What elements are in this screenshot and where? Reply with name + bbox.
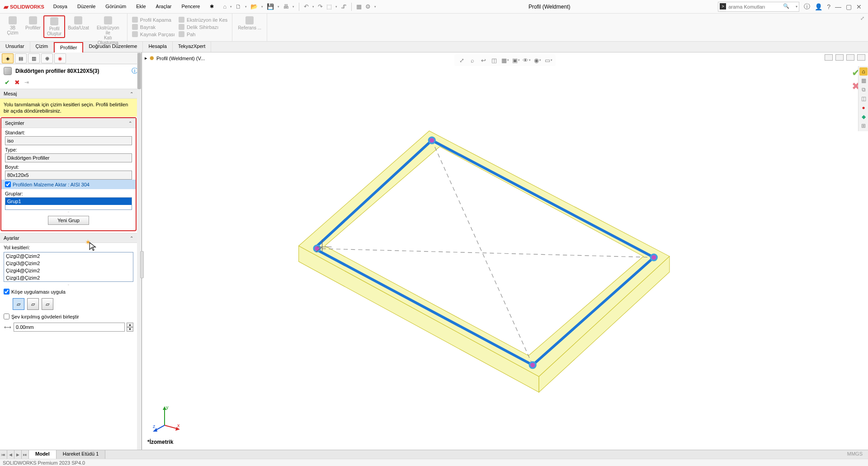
search-scope-icon[interactable]: >	[720, 3, 726, 10]
corner-end-butt1-button[interactable]: ▱	[27, 298, 39, 310]
tab-profiller[interactable]: Profiller	[54, 42, 83, 52]
list-item[interactable]: Çizgi4@Çizim2	[4, 267, 133, 274]
ribbon-buda-uzat[interactable]: Buda/Uzat	[65, 15, 92, 31]
new-icon[interactable]: 🗋	[235, 2, 242, 11]
panel-tab-config[interactable]: ▤	[15, 53, 27, 63]
feature-actions: ✔ ✖ ⇥	[0, 78, 142, 89]
menu-gorunum[interactable]: Görünüm	[101, 2, 131, 11]
ribbon-collapse-icon[interactable]: ⤢	[857, 14, 868, 41]
ribbon-reference[interactable]: Referans ...	[235, 15, 264, 31]
kose-label: Köşe uygulaması uygula	[11, 289, 66, 295]
tab-hesapla[interactable]: Hesapla	[143, 42, 172, 52]
panel-tab-display[interactable]: ▥	[28, 53, 40, 63]
material-transfer-check[interactable]: Profilden Malzeme Aktar : AISI 304	[1, 180, 136, 189]
section-mesaj[interactable]: Mesaj⌃	[0, 89, 137, 99]
spin-up-icon[interactable]: ▲	[127, 323, 133, 327]
user-icon[interactable]: 👤	[815, 3, 822, 10]
panel-tab-appearance[interactable]: ◉	[54, 53, 66, 63]
command-search[interactable]: > 🔍 ▾	[718, 2, 799, 12]
grid-icon[interactable]: ▦	[355, 2, 363, 11]
search-icon[interactable]: 🔍	[783, 3, 789, 9]
panel-tab-dim[interactable]: ⊕	[41, 53, 53, 63]
ok-button[interactable]: ✔	[5, 79, 10, 86]
list-item[interactable]: Çizgi3@Çizim2	[4, 260, 133, 267]
cancel-button[interactable]: ✖	[14, 79, 20, 86]
menu-duzenle[interactable]: Düzenle	[73, 2, 100, 11]
tab-prev-icon[interactable]: ◀	[7, 450, 14, 459]
sev-checkbox[interactable]	[4, 314, 9, 319]
ribbon-profiller[interactable]: Profiller	[23, 15, 43, 31]
list-item[interactable]: Çizgi1@Çizim2	[4, 274, 133, 281]
boyut-select[interactable]: 80x120x5	[5, 171, 132, 180]
panel-tab-feature[interactable]: ◈	[2, 53, 14, 63]
print-icon[interactable]: 🖶	[282, 2, 290, 11]
list-item[interactable]: Grup1	[5, 198, 132, 205]
tab-first-icon[interactable]: ⏮	[0, 450, 7, 459]
open-icon[interactable]: 📂	[250, 2, 259, 11]
menu-araclar[interactable]: Araçlar	[151, 2, 176, 11]
ribbon-extrude-cut[interactable]: Ekstrüzyon ile Kes	[179, 16, 227, 23]
ribbon-hole-wizard[interactable]: Delik Sihirbazı	[179, 24, 227, 30]
message-box: Yolu tanımlamak için çizim kesitleri seç…	[0, 99, 137, 117]
ribbon-profil-kapama[interactable]: Profil Kapama	[132, 16, 175, 23]
list-item[interactable]: Çizgi2@Çizim2	[4, 252, 133, 260]
ribbon-kaynak-parcasi[interactable]: Kaynak Parçası	[132, 31, 175, 38]
yeni-grup-button[interactable]: Yeni Grup	[48, 216, 89, 225]
standart-select[interactable]: iso	[5, 136, 132, 145]
sketch3d-icon	[9, 16, 17, 24]
graphics-canvas[interactable]: ▸ ⬣ Profil (Weldment) (V... ⤢ ⌕ ↩ ◫ ▦ ▣ …	[142, 52, 868, 450]
menu-help-icon[interactable]: ✱	[205, 2, 218, 11]
material-transfer-checkbox[interactable]	[5, 181, 11, 187]
search-dropdown-icon[interactable]: ▾	[796, 5, 797, 9]
ribbon-3b-cizim[interactable]: 3B Çizim	[3, 15, 23, 36]
section-secimler[interactable]: Seçimler⌃	[1, 118, 136, 128]
tab-next-icon[interactable]: ▶	[14, 450, 22, 459]
panel-scroll[interactable]: Mesaj⌃ Yolu tanımlamak için çizim kesitl…	[0, 89, 142, 450]
spin-down-icon[interactable]: ▼	[127, 327, 133, 332]
tab-unsurlar[interactable]: Unsurlar	[0, 42, 30, 52]
help-icon[interactable]: ?	[827, 3, 830, 10]
gap-input[interactable]	[14, 323, 125, 332]
menu-pencere[interactable]: Pencere	[177, 2, 204, 11]
gruplar-listbox[interactable]: Grup1	[5, 197, 132, 210]
trim-extend-icon	[74, 16, 82, 24]
ribbon-chamfer[interactable]: Pah	[179, 31, 227, 38]
home-icon[interactable]: ⌂	[222, 2, 227, 11]
orientation-triad[interactable]: y x z	[152, 404, 181, 433]
select-icon[interactable]: ⬚	[326, 2, 333, 11]
ribbon-group-ref: Referans ...	[232, 14, 267, 41]
ribbon-profil-olustur[interactable]: Profil Oluştur	[43, 15, 65, 38]
link-icon[interactable]: 🖇	[340, 2, 348, 11]
tab-tekyazxpert[interactable]: TekyazXpert	[173, 42, 212, 52]
close-icon[interactable]: ✕	[856, 3, 862, 10]
bottom-tab-motion[interactable]: Hareket Etüdü 1	[57, 450, 106, 459]
tab-last-icon[interactable]: ⏭	[22, 450, 29, 459]
tab-dogrudan-duzenleme[interactable]: Doğrudan Düzenleme	[83, 42, 143, 52]
notification-icon[interactable]: ⓘ	[804, 3, 810, 11]
endcap-icon	[132, 17, 138, 23]
units-label[interactable]: MMGS	[842, 450, 868, 459]
menu-dosya[interactable]: Dosya	[49, 2, 72, 11]
type-select[interactable]: Dikdörtgen Profiller	[5, 153, 132, 162]
scrollbar-thumb[interactable]	[137, 53, 141, 89]
minimize-icon[interactable]: —	[835, 3, 841, 10]
gusset-icon	[132, 24, 138, 30]
pin-button[interactable]: ⇥	[24, 79, 29, 86]
menu-ekle[interactable]: Ekle	[132, 2, 150, 11]
undo-icon[interactable]: ↶	[303, 2, 310, 11]
yol-kesitleri-listbox[interactable]: Çizgi2@Çizim2 Çizgi3@Çizim2 Çizgi4@Çizim…	[4, 252, 133, 282]
kose-checkbox[interactable]	[4, 289, 9, 295]
kose-check-row[interactable]: Köşe uygulaması uygula	[0, 287, 137, 296]
ribbon-bayrak[interactable]: Bayrak	[132, 24, 175, 30]
settings-icon[interactable]: ⚙	[364, 2, 372, 11]
corner-end-butt2-button[interactable]: ▱	[42, 298, 53, 310]
redo-icon[interactable]: ↷	[317, 2, 324, 11]
bottom-tab-model[interactable]: Model	[29, 450, 57, 459]
svg-text:x: x	[177, 423, 180, 428]
tab-cizim[interactable]: Çizim	[30, 42, 54, 52]
save-icon[interactable]: 💾	[266, 2, 275, 11]
sev-check-row[interactable]: Şev kırpılmış gövdeleri birleştir	[0, 312, 137, 321]
maximize-icon[interactable]: ▢	[846, 3, 852, 10]
corner-end-miter-button[interactable]: ▱	[13, 298, 24, 310]
section-ayarlar[interactable]: Ayarlar⌃	[0, 233, 137, 243]
